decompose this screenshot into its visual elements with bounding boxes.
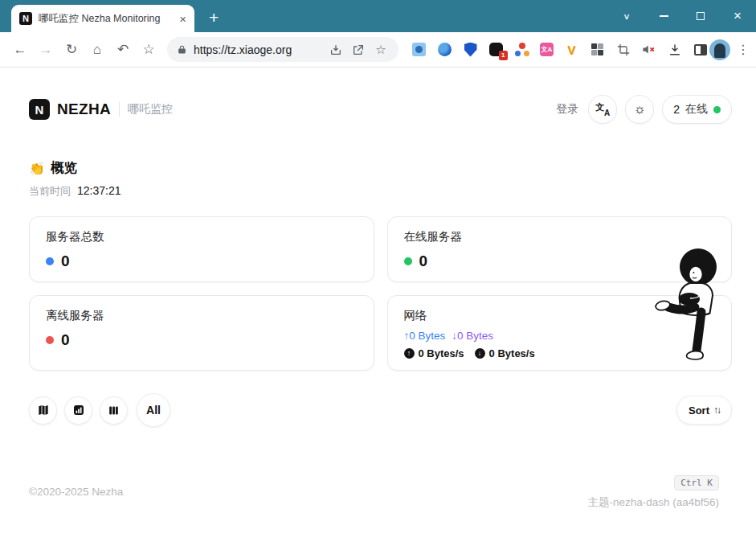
apps-grid-icon[interactable] bbox=[590, 42, 605, 57]
theme-toggle-button[interactable]: ☼ bbox=[625, 95, 654, 124]
red-dot bbox=[46, 336, 54, 344]
nezha-logo[interactable]: N bbox=[29, 99, 50, 120]
blue-dot bbox=[46, 257, 54, 265]
card-title: 服务器总数 bbox=[46, 229, 358, 244]
blue-square-glyph bbox=[412, 43, 426, 56]
sort-arrows-icon: ↑↓ bbox=[713, 404, 720, 416]
online-status-badge[interactable]: 2 在线 bbox=[662, 95, 732, 124]
page-content: N NEZHA 哪吒监控 登录 文 A ☼ 2 在线 👏 概览 bbox=[0, 68, 756, 545]
tab-favicon: N bbox=[19, 12, 32, 25]
minimize-icon bbox=[660, 15, 668, 17]
shield-glyph bbox=[464, 43, 477, 57]
upload-speed: 0 Bytes/s bbox=[419, 347, 464, 359]
sort-label: Sort bbox=[689, 404, 709, 417]
tab-close-icon[interactable]: × bbox=[179, 13, 186, 25]
upload-total: ↑0 Bytes bbox=[404, 330, 446, 342]
network-card[interactable]: 网络 ↑0 Bytes ↓0 Bytes ↑ 0 Bytes/s ↓ 0 Byt… bbox=[387, 295, 733, 371]
filter-row: All Sort ↑↓ bbox=[29, 393, 732, 427]
total-servers-value: 0 bbox=[61, 252, 70, 270]
sun-icon: ☼ bbox=[633, 101, 646, 117]
mute-icon[interactable] bbox=[641, 42, 656, 57]
share-icon[interactable] bbox=[350, 42, 366, 58]
download-total: ↓0 Bytes bbox=[452, 330, 493, 342]
bookmark-star-icon[interactable]: ☆ bbox=[373, 42, 389, 58]
online-servers-value: 0 bbox=[419, 252, 428, 270]
page-footer: ©2020-2025 Nezha Ctrl K 主题-nezha-dash (a… bbox=[29, 486, 719, 498]
password-manager-extension-icon[interactable] bbox=[463, 42, 478, 57]
browser-menu-icon[interactable]: ⋮ bbox=[737, 42, 750, 57]
current-time-label: 当前时间 bbox=[29, 184, 71, 199]
language-button[interactable]: 文 A bbox=[588, 95, 617, 124]
undo-icon[interactable]: ↶ bbox=[111, 38, 135, 62]
profile-avatar[interactable] bbox=[709, 39, 730, 60]
header-divider bbox=[119, 102, 120, 117]
colored-dots-extension-icon[interactable] bbox=[514, 42, 529, 57]
vimium-extension-icon[interactable]: V bbox=[564, 42, 579, 57]
extension-badge: 1 bbox=[499, 51, 508, 60]
browser-extension-icon[interactable] bbox=[437, 42, 452, 57]
clap-emoji: 👏 bbox=[29, 161, 45, 176]
map-icon bbox=[37, 404, 50, 417]
translate-extension-icon[interactable]: 文A bbox=[540, 43, 554, 56]
stat-cards: 服务器总数 0 在线服务器 0 离线服务器 0 网络 ↑0 Bytes bbox=[29, 216, 732, 371]
side-panel-icon[interactable] bbox=[693, 42, 708, 57]
online-status-dot bbox=[713, 106, 721, 113]
address-bar[interactable]: https://tz.xiaoge.org ☆ bbox=[167, 37, 398, 62]
online-servers-card[interactable]: 在线服务器 0 bbox=[387, 216, 733, 282]
chart-view-button[interactable] bbox=[64, 396, 92, 425]
close-window-button[interactable]: × bbox=[719, 0, 756, 32]
url-text[interactable]: https://tz.xiaoge.org bbox=[194, 43, 321, 56]
download-circle-icon: ↓ bbox=[475, 348, 485, 359]
columns-view-button[interactable] bbox=[100, 396, 128, 425]
minimize-button[interactable] bbox=[645, 0, 682, 32]
offline-servers-card[interactable]: 离线服务器 0 bbox=[29, 295, 374, 371]
sidebar-glyph bbox=[694, 44, 707, 55]
blue-circle-glyph bbox=[438, 43, 452, 56]
crop-icon[interactable] bbox=[615, 42, 631, 57]
green-dot bbox=[404, 257, 412, 265]
filter-all-button[interactable]: All bbox=[137, 393, 170, 427]
browser-titlebar: N 哪吒监控 Nezha Monitoring × + ∨ × bbox=[0, 0, 756, 32]
downloads-icon[interactable] bbox=[667, 42, 682, 57]
card-title: 在线服务器 bbox=[404, 229, 716, 244]
extensions-row: 1 文A V bbox=[411, 42, 708, 57]
star-icon[interactable]: ☆ bbox=[137, 38, 161, 62]
window-chevron-button[interactable]: ∨ bbox=[608, 3, 645, 29]
columns-icon bbox=[108, 404, 120, 417]
total-servers-card[interactable]: 服务器总数 0 bbox=[29, 216, 374, 282]
translate-icon: 文 A bbox=[595, 102, 610, 117]
home-icon[interactable]: ⌂ bbox=[85, 38, 109, 62]
online-label: 在线 bbox=[685, 102, 708, 117]
card-title: 网络 bbox=[404, 308, 716, 323]
tab-title: 哪吒监控 Nezha Monitoring bbox=[39, 12, 173, 26]
site-header: N NEZHA 哪吒监控 登录 文 A ☼ 2 在线 bbox=[0, 68, 756, 124]
forward-icon[interactable]: → bbox=[34, 38, 58, 62]
screenshot-extension-icon[interactable] bbox=[411, 42, 427, 57]
lock-icon bbox=[177, 44, 187, 55]
overview-section: 👏 概览 当前时间 12:37:21 bbox=[0, 124, 756, 199]
userscript-extension-icon[interactable]: 1 bbox=[488, 42, 504, 57]
lang-en-glyph: A bbox=[604, 109, 610, 117]
chart-icon bbox=[72, 404, 85, 417]
sort-button[interactable]: Sort ↑↓ bbox=[676, 396, 732, 425]
online-count: 2 bbox=[673, 103, 680, 116]
card-title: 离线服务器 bbox=[46, 308, 358, 323]
upload-circle-icon: ↑ bbox=[404, 348, 415, 359]
login-link[interactable]: 登录 bbox=[556, 102, 578, 117]
avatar-silhouette bbox=[714, 43, 725, 58]
new-tab-button[interactable]: + bbox=[209, 8, 219, 27]
back-icon[interactable]: ← bbox=[8, 38, 32, 62]
logo-text[interactable]: NEZHA bbox=[57, 101, 111, 118]
offline-servers-value: 0 bbox=[61, 331, 70, 349]
save-page-icon[interactable] bbox=[328, 42, 344, 58]
map-view-button[interactable] bbox=[29, 396, 57, 425]
theme-info-text: 主题-nezha-dash (aa4bf56) bbox=[587, 495, 719, 510]
grid-glyph bbox=[591, 43, 604, 56]
download-speed: 0 Bytes/s bbox=[489, 347, 535, 359]
reload-icon[interactable]: ↻ bbox=[59, 38, 84, 62]
browser-toolbar: ← → ↻ ⌂ ↶ ☆ https://tz.xiaoge.org ☆ 1 文A… bbox=[0, 32, 756, 68]
header-actions: 登录 文 A ☼ 2 在线 bbox=[556, 95, 732, 124]
browser-tab[interactable]: N 哪吒监控 Nezha Monitoring × bbox=[11, 5, 194, 32]
shortcut-badge: Ctrl K bbox=[674, 475, 719, 491]
maximize-button[interactable] bbox=[682, 0, 719, 32]
